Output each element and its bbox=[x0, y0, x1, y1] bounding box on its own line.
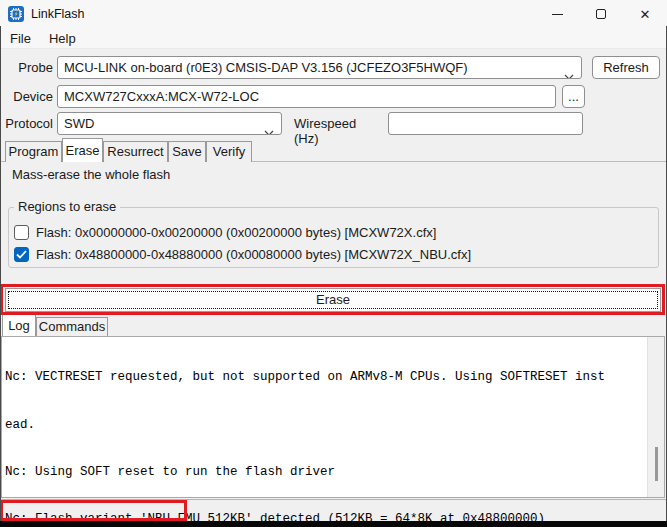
log-output[interactable]: Nc: VECTRESET requested, but not support… bbox=[1, 336, 665, 498]
tab-erase[interactable]: Erase bbox=[62, 138, 103, 162]
log-line: Nc: Using SOFT reset to run the flash dr… bbox=[5, 465, 643, 481]
tab-commands[interactable]: Commands bbox=[36, 317, 108, 336]
menu-help[interactable]: Help bbox=[40, 28, 85, 49]
menubar: File Help bbox=[1, 28, 666, 49]
region-row-flash-nbu[interactable]: Flash: 0x48800000-0x48880000 (0x00080000… bbox=[14, 246, 471, 263]
regions-group-label: Regions to erase bbox=[14, 199, 120, 214]
app-logo-icon bbox=[8, 6, 24, 22]
titlebar: LinkFlash ✕ bbox=[0, 0, 667, 28]
protocol-value: SWD bbox=[64, 116, 94, 131]
close-icon: ✕ bbox=[640, 7, 651, 22]
minimize-button[interactable] bbox=[535, 0, 579, 28]
highlight-annotation-erase bbox=[0, 284, 665, 315]
log-line: ead. bbox=[5, 418, 643, 434]
log-scrollbar-thumb[interactable] bbox=[655, 447, 658, 481]
probe-label: Probe bbox=[0, 60, 53, 75]
probe-value: MCU-LINK on-board (r0E3) CMSIS-DAP V3.15… bbox=[64, 60, 468, 75]
window-controls: ✕ bbox=[535, 0, 667, 28]
log-text: Nc: VECTRESET requested, but not support… bbox=[5, 339, 643, 527]
probe-combobox[interactable]: MCU-LINK on-board (r0E3) CMSIS-DAP V3.15… bbox=[57, 56, 582, 79]
device-label: Device bbox=[0, 89, 53, 104]
linkflash-window: LinkFlash ✕ File Help Probe MCU-LINK on-… bbox=[0, 0, 667, 527]
tab-verify[interactable]: Verify bbox=[206, 141, 252, 162]
window-border-left bbox=[0, 26, 1, 527]
refresh-button[interactable]: Refresh bbox=[592, 56, 660, 79]
device-field[interactable]: MCXW727CxxxA:MCX-W72-LOC bbox=[57, 85, 556, 108]
chevron-down-icon bbox=[264, 121, 274, 135]
protocol-combobox[interactable]: SWD bbox=[57, 112, 282, 135]
checkbox-checked-icon[interactable] bbox=[14, 247, 29, 262]
wirespeed-input[interactable] bbox=[388, 112, 583, 135]
tab-save[interactable]: Save bbox=[168, 141, 206, 162]
chevron-down-icon bbox=[564, 65, 574, 79]
region-row-flash-main[interactable]: Flash: 0x00000000-0x00200000 (0x00200000… bbox=[14, 224, 436, 241]
checkbox-unchecked-icon[interactable] bbox=[14, 225, 29, 240]
tab-log[interactable]: Log bbox=[2, 314, 36, 336]
close-button[interactable]: ✕ bbox=[623, 0, 667, 28]
region-label: Flash: 0x00000000-0x00200000 (0x00200000… bbox=[36, 225, 436, 240]
screenshot-bottom-strip bbox=[0, 521, 667, 527]
protocol-label: Protocol bbox=[0, 116, 53, 131]
window-title: LinkFlash bbox=[31, 7, 85, 21]
tab-program[interactable]: Program bbox=[5, 141, 62, 162]
region-label: Flash: 0x48800000-0x48880000 (0x00080000… bbox=[36, 247, 471, 262]
menu-file[interactable]: File bbox=[1, 28, 40, 49]
tab-resurrect[interactable]: Resurrect bbox=[103, 141, 168, 162]
maximize-icon bbox=[596, 9, 606, 19]
minimize-icon bbox=[552, 14, 563, 15]
mass-erase-description: Mass-erase the whole flash bbox=[12, 167, 170, 182]
log-line: Nc: VECTRESET requested, but not support… bbox=[5, 370, 643, 386]
log-scrollbar[interactable] bbox=[647, 337, 664, 497]
highlight-annotation-status bbox=[0, 500, 187, 521]
wirespeed-label: Wirespeed (Hz) bbox=[294, 116, 380, 146]
maximize-button[interactable] bbox=[579, 0, 623, 28]
device-browse-button[interactable]: ... bbox=[562, 85, 585, 108]
